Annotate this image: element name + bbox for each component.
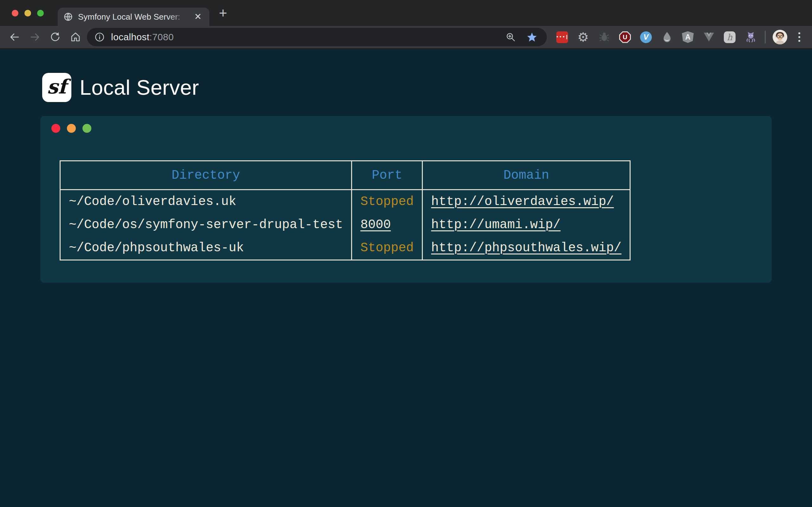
table-row: ~/Code/oliverdavies.uk Stopped http://ol… — [60, 190, 630, 213]
globe-icon — [63, 12, 73, 21]
url-host[interactable]: localhost — [111, 32, 149, 43]
directory-cell: ~/Code/oliverdavies.uk — [60, 190, 352, 213]
brand-header: sf Local Server — [0, 49, 812, 102]
port-status: Stopped — [352, 237, 422, 260]
bookmark-star-icon[interactable] — [526, 32, 537, 43]
ublock-icon[interactable]: U — [619, 32, 631, 43]
window-close-button[interactable] — [12, 10, 18, 16]
port-link[interactable]: 8000 — [360, 218, 391, 232]
window-minimize-button[interactable] — [24, 10, 31, 16]
tab-title-fade — [167, 10, 190, 24]
port-status: Stopped — [352, 190, 422, 213]
drupal-icon[interactable] — [661, 32, 673, 43]
domain-link[interactable]: http://phpsouthwales.wip/ — [431, 241, 621, 255]
panel-green-dot — [83, 124, 91, 133]
browser-menu-icon[interactable] — [792, 30, 806, 44]
server-panel: Directory Port Domain ~/Code/oliverdavie… — [40, 116, 772, 283]
page-title: Local Server — [80, 75, 199, 100]
angular-icon[interactable]: A — [682, 32, 694, 43]
symfony-logo: sf — [42, 73, 71, 102]
window-controls — [12, 10, 44, 16]
new-tab-button[interactable]: + — [214, 4, 232, 22]
symfony-sf-glyph: sf — [47, 75, 67, 98]
profile-avatar[interactable] — [773, 30, 787, 44]
extensions-area: •••| ⚙ U V A h — [556, 32, 757, 43]
browser-toolbar: localhost:7080 •••| ⚙ U V A — [0, 26, 812, 49]
address-bar[interactable]: localhost:7080 — [87, 28, 547, 46]
zoom-page-icon[interactable] — [506, 32, 516, 42]
reload-button[interactable] — [45, 28, 65, 46]
lastpass-icon[interactable]: •••| — [556, 32, 568, 43]
gear-icon[interactable]: ⚙ — [577, 32, 589, 43]
page-content: sf Local Server Directory Port Domain ~/… — [0, 49, 812, 506]
table-header-row: Directory Port Domain — [60, 161, 630, 190]
site-info-icon[interactable] — [95, 32, 105, 42]
tab-strip: Symfony Local Web Server: Prox ✕ + — [0, 0, 812, 26]
window-zoom-button[interactable] — [37, 10, 44, 16]
panel-red-dot — [51, 124, 60, 133]
column-header-directory: Directory — [60, 161, 352, 190]
honey-icon[interactable]: h — [724, 32, 735, 43]
table-row: ~/Code/phpsouthwales-uk Stopped http://p… — [60, 237, 630, 260]
tab-close-icon[interactable]: ✕ — [192, 11, 204, 22]
table-row: ~/Code/os/symfony-server-drupal-test 800… — [60, 213, 630, 237]
panel-orange-dot — [67, 124, 76, 133]
tab-title: Symfony Local Web Server: Prox — [78, 12, 183, 22]
url-port[interactable]: :7080 — [149, 32, 174, 43]
column-header-domain: Domain — [422, 161, 630, 190]
directory-cell: ~/Code/phpsouthwales-uk — [60, 237, 352, 260]
panel-window-dots — [40, 116, 772, 133]
directory-cell: ~/Code/os/symfony-server-drupal-test — [60, 213, 352, 237]
vue-icon[interactable] — [703, 32, 715, 43]
domain-link[interactable]: http://oliverdavies.wip/ — [431, 194, 614, 209]
back-button[interactable] — [4, 28, 25, 46]
blue-v-icon[interactable]: V — [640, 32, 652, 43]
octocat-icon[interactable] — [745, 32, 757, 43]
home-button[interactable] — [65, 28, 86, 46]
domain-link[interactable]: http://umami.wip/ — [431, 218, 560, 232]
xdebug-bug-icon[interactable] — [598, 32, 610, 43]
forward-button[interactable] — [25, 28, 45, 46]
servers-table: Directory Port Domain ~/Code/oliverdavie… — [60, 160, 630, 261]
browser-tab[interactable]: Symfony Local Web Server: Prox ✕ — [58, 8, 209, 26]
column-header-port: Port — [352, 161, 422, 190]
toolbar-separator — [765, 31, 766, 43]
